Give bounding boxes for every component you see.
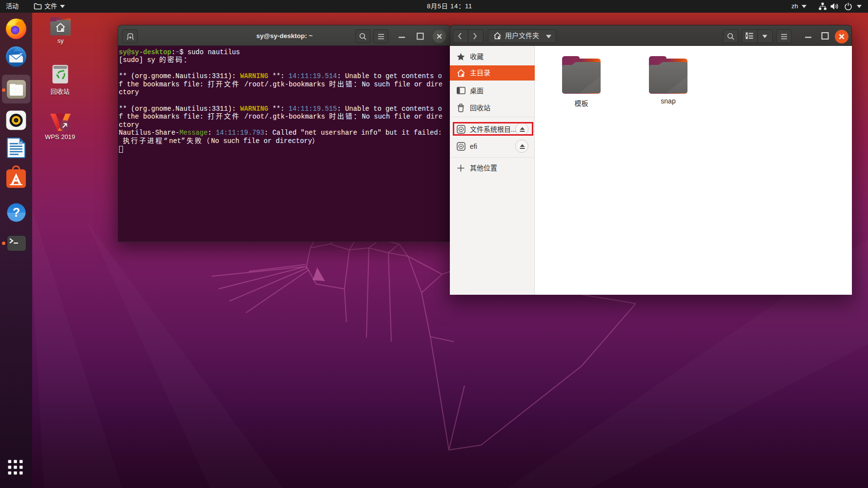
svg-text:?: ?: [12, 205, 20, 219]
